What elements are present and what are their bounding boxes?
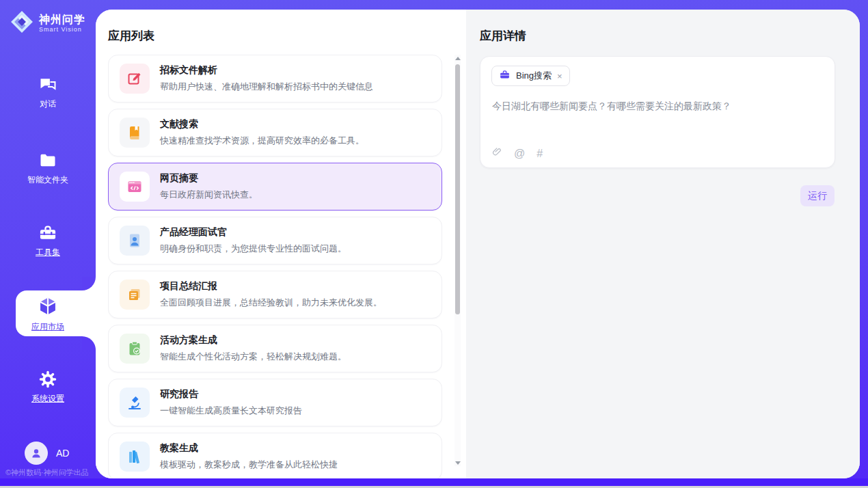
app-card-title: 项目总结汇报 xyxy=(160,280,382,293)
sidebar-item-settings[interactable]: 系统设置 xyxy=(0,370,96,405)
app-detail-title: 应用详情 xyxy=(480,28,526,44)
app-card-title: 活动方案生成 xyxy=(160,334,347,347)
interviewer-icon xyxy=(120,226,150,256)
app-card-desc: 明确身份和职责，为您提供专业性的面试问题。 xyxy=(160,243,347,255)
at-icon[interactable]: @ xyxy=(514,148,525,160)
sidebar-item-toolset[interactable]: 工具集 xyxy=(0,223,96,258)
user-account[interactable]: AD xyxy=(25,442,69,465)
app-list-panel: 应用列表 招标文件解析 帮助用户快速、准确地理解和解析招标书中的关键信息 xyxy=(96,10,466,478)
sidebar-item-chat[interactable]: 对话 xyxy=(0,75,96,110)
app-card-research-report[interactable]: 研究报告 一键智能生成高质量长文本研究报告 xyxy=(108,379,442,426)
app-card-title: 产品经理面试官 xyxy=(160,226,347,239)
sidebar-item-label: 智能文件夹 xyxy=(0,174,96,186)
folder-icon xyxy=(0,151,96,170)
scroll-up-icon[interactable] xyxy=(455,55,461,62)
brand-logo: 神州问学 Smart Vision xyxy=(10,10,85,37)
app-card-title: 网页摘要 xyxy=(160,172,258,185)
app-card-project-summary[interactable]: 项目总结汇报 全面回顾项目进展，总结经验教训，助力未来优化发展。 xyxy=(108,271,442,318)
app-card-pm-interviewer[interactable]: 产品经理面试官 明确身份和职责，为您提供专业性的面试问题。 xyxy=(108,217,442,265)
app-list-title: 应用列表 xyxy=(108,28,154,44)
bottom-accent-strip xyxy=(0,478,868,486)
brand-name: 神州问学 xyxy=(39,14,85,26)
sidebar-item-label: 应用市场 xyxy=(0,321,96,333)
app-card-webpage-summary[interactable]: 网页摘要 每日政府新闻资讯快查。 xyxy=(108,163,442,211)
briefcase-icon xyxy=(499,69,511,83)
book-icon xyxy=(120,118,150,148)
user-initials: AD xyxy=(56,448,69,459)
microscope-icon xyxy=(120,388,150,418)
copyright-footer: ©神州数码·神州问学出品 xyxy=(5,467,89,478)
main-container: 应用列表 招标文件解析 帮助用户快速、准确地理解和解析招标书中的关键信息 xyxy=(96,10,860,478)
run-button[interactable]: 运行 xyxy=(800,185,835,206)
paperclip-icon[interactable] xyxy=(492,146,502,161)
query-input[interactable]: 今日湖北有哪些新闻要点？有哪些需要关注的最新政策？ xyxy=(492,99,824,113)
app-card-desc: 全面回顾项目进展，总结经验教训，助力未来优化发展。 xyxy=(160,297,382,309)
scroll-down-icon[interactable] xyxy=(455,459,461,466)
sidebar-item-label: 系统设置 xyxy=(0,393,96,405)
app-card-desc: 模板驱动，教案秒成，教学准备从此轻松快捷 xyxy=(160,459,338,471)
brand-subtitle: Smart Vision xyxy=(39,26,85,33)
app-card-desc: 快速精准查找学术资源，提高研究效率的必备工具。 xyxy=(160,135,364,147)
app-card-desc: 每日政府新闻资讯快查。 xyxy=(160,189,258,201)
scrollbar-thumb[interactable] xyxy=(455,64,460,314)
clipboard-check-icon xyxy=(120,334,150,364)
sidebar-item-label: 工具集 xyxy=(0,247,96,258)
sidebar-item-app-market[interactable]: 应用市场 xyxy=(0,295,96,333)
notes-icon xyxy=(120,280,150,310)
app-card-bid-doc-parse[interactable]: 招标文件解析 帮助用户快速、准确地理解和解析招标书中的关键信息 xyxy=(108,55,442,103)
tool-tag-label: Bing搜索 xyxy=(516,70,552,82)
gear-icon xyxy=(0,370,96,389)
sidebar: 神州问学 Smart Vision 对话 智能文件夹 xyxy=(0,0,96,478)
sidebar-item-smart-folder[interactable]: 智能文件夹 xyxy=(0,151,96,186)
app-detail-panel: 应用详情 Bing搜索 × 今日湖北有哪些新闻要点？有哪些需要关注的最新政策？ xyxy=(466,10,860,478)
app-card-title: 招标文件解析 xyxy=(160,64,373,77)
app-card-desc: 智能生成个性化活动方案，轻松解决规划难题。 xyxy=(160,351,347,363)
cube-icon xyxy=(0,295,96,317)
list-scrollbar[interactable] xyxy=(455,55,461,466)
app-card-title: 研究报告 xyxy=(160,388,302,401)
hash-icon[interactable]: # xyxy=(537,148,543,160)
toolbox-icon xyxy=(0,223,96,243)
app-card-desc: 帮助用户快速、准确地理解和解析招标书中的关键信息 xyxy=(160,81,373,93)
app-card-event-plan[interactable]: 活动方案生成 智能生成个性化活动方案，轻松解决规划难题。 xyxy=(108,325,442,372)
prompt-card: Bing搜索 × 今日湖北有哪些新闻要点？有哪些需要关注的最新政策？ @ # xyxy=(480,56,835,168)
close-icon[interactable]: × xyxy=(557,72,562,81)
avatar xyxy=(25,442,48,465)
input-toolbar: @ # xyxy=(492,146,543,161)
webpage-icon xyxy=(120,172,150,202)
app-card-literature-search[interactable]: 文献搜索 快速精准查找学术资源，提高研究效率的必备工具。 xyxy=(108,109,442,157)
app-card-desc: 一键智能生成高质量长文本研究报告 xyxy=(160,405,302,417)
app-card-title: 文献搜索 xyxy=(160,118,364,131)
books-icon xyxy=(120,442,150,472)
diamond-logo-icon xyxy=(10,10,34,37)
chat-icon xyxy=(0,75,96,94)
tool-tag-bing-search[interactable]: Bing搜索 × xyxy=(491,66,570,86)
edit-doc-icon xyxy=(120,64,150,94)
sidebar-item-label: 对话 xyxy=(0,98,96,110)
app-card-list: 招标文件解析 帮助用户快速、准确地理解和解析招标书中的关键信息 文献搜索 快速精… xyxy=(108,55,442,478)
app-card-lesson-plan[interactable]: 教案生成 模板驱动，教案秒成，教学准备从此轻松快捷 xyxy=(108,433,442,478)
app-card-title: 教案生成 xyxy=(160,442,338,455)
